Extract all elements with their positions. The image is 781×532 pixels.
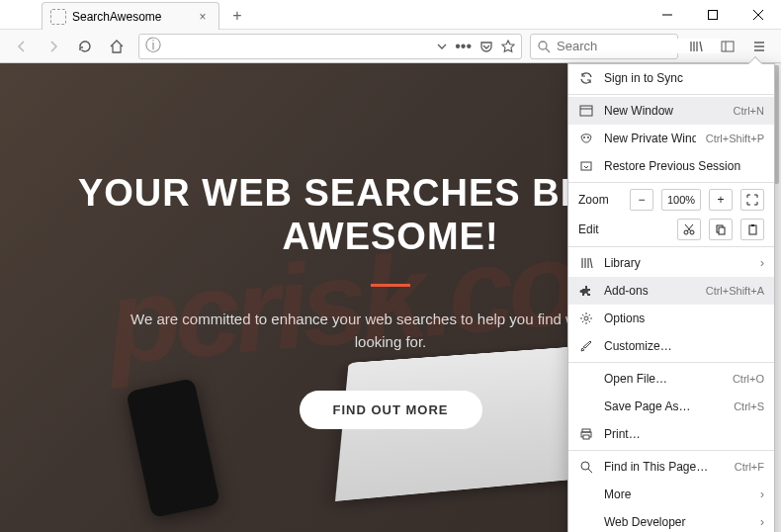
menu-item-label: Restore Previous Session	[604, 159, 764, 173]
pocket-icon[interactable]	[479, 40, 493, 53]
menu-new-private-window[interactable]: New Private Window Ctrl+Shift+P	[568, 125, 774, 152]
svg-point-14	[587, 136, 589, 138]
svg-rect-1	[709, 10, 718, 19]
menu-sign-in-sync[interactable]: Sign in to Sync	[568, 64, 774, 92]
menu-item-shortcut: Ctrl+N	[734, 105, 764, 117]
menu-item-label: More	[604, 488, 750, 501]
menu-more[interactable]: More ›	[568, 481, 774, 508]
menu-item-label: New Private Window	[604, 132, 696, 145]
fullscreen-button[interactable]	[740, 189, 764, 211]
sync-icon	[578, 70, 594, 86]
svg-line-5	[546, 48, 550, 52]
zoom-label: Zoom	[578, 193, 622, 207]
home-button[interactable]	[103, 33, 130, 60]
svg-rect-25	[583, 435, 589, 439]
menu-item-label: Print…	[604, 427, 764, 441]
blank-icon	[578, 371, 594, 387]
library-button[interactable]	[682, 33, 710, 60]
edit-label: Edit	[578, 222, 669, 236]
find-out-more-button[interactable]: FIND OUT MORE	[300, 391, 482, 429]
chevron-right-icon: ›	[760, 515, 764, 529]
paintbrush-icon	[578, 338, 594, 354]
zoom-in-button[interactable]: +	[709, 189, 733, 211]
menu-item-label: Add-ons	[604, 284, 696, 298]
menu-item-label: Sign in to Sync	[604, 71, 764, 85]
menu-item-label: Customize…	[604, 339, 764, 353]
menu-item-shortcut: Ctrl+O	[733, 373, 764, 385]
hero-headline-line2: AWESOME!	[282, 216, 498, 257]
tab-favicon	[50, 9, 66, 25]
blank-icon	[578, 487, 594, 502]
library-icon	[578, 255, 594, 271]
menu-item-label: Find in This Page…	[604, 460, 725, 474]
search-icon	[578, 459, 594, 475]
cut-button[interactable]	[677, 219, 701, 240]
forward-button[interactable]	[40, 33, 67, 60]
history-dropdown-icon[interactable]	[437, 42, 447, 51]
menu-addons[interactable]: Add-ons Ctrl+Shift+A	[568, 277, 774, 305]
window-icon	[578, 103, 594, 119]
svg-point-22	[584, 316, 588, 320]
blank-icon	[578, 399, 594, 414]
zoom-out-button[interactable]: −	[630, 189, 653, 211]
app-menu: Sign in to Sync New Window Ctrl+N New Pr…	[567, 63, 775, 532]
svg-rect-21	[751, 224, 754, 226]
gear-icon	[578, 310, 594, 326]
window-minimize-button[interactable]	[645, 0, 690, 30]
menu-library[interactable]: Library ›	[568, 249, 774, 277]
menu-item-shortcut: Ctrl+Shift+P	[706, 133, 764, 144]
search-icon	[537, 40, 551, 53]
svg-rect-11	[580, 106, 592, 116]
tab-active[interactable]: SearchAwesome ×	[42, 2, 219, 30]
menu-new-window[interactable]: New Window Ctrl+N	[568, 97, 774, 125]
menu-restore-session[interactable]: Restore Previous Session	[568, 152, 774, 180]
menu-find-in-page[interactable]: Find in This Page… Ctrl+F	[568, 453, 774, 481]
restore-icon	[578, 158, 594, 174]
window-maximize-button[interactable]	[690, 0, 736, 30]
menu-web-developer[interactable]: Web Developer ›	[568, 508, 774, 532]
mask-icon	[578, 131, 594, 146]
hamburger-menu-button[interactable]	[745, 33, 773, 60]
svg-rect-6	[722, 42, 734, 51]
url-bar[interactable]: ⓘ •••	[138, 34, 522, 59]
menu-zoom-controls: Zoom − 100% +	[568, 185, 774, 215]
reload-button[interactable]	[71, 33, 99, 60]
back-button[interactable]	[8, 33, 36, 60]
svg-point-4	[539, 42, 547, 49]
blank-icon	[578, 514, 594, 530]
tab-strip: SearchAwesome × +	[0, 0, 251, 30]
menu-customize[interactable]: Customize…	[568, 332, 774, 360]
menu-open-file[interactable]: Open File… Ctrl+O	[568, 365, 774, 393]
tab-close-button[interactable]: ×	[195, 9, 211, 25]
copy-button[interactable]	[709, 219, 733, 240]
page-actions-icon[interactable]: •••	[455, 38, 472, 55]
svg-point-13	[583, 136, 585, 138]
new-tab-button[interactable]: +	[223, 2, 251, 30]
menu-item-label: Open File…	[604, 372, 723, 386]
menu-item-shortcut: Ctrl+S	[734, 400, 764, 412]
menu-print[interactable]: Print…	[568, 420, 774, 448]
sidebar-button[interactable]	[714, 33, 741, 60]
menu-item-label: Save Page As…	[604, 399, 724, 413]
hero-divider	[371, 284, 410, 287]
svg-point-26	[581, 462, 589, 470]
menu-edit-controls: Edit	[568, 215, 774, 244]
url-input[interactable]	[167, 39, 431, 53]
chevron-right-icon: ›	[760, 256, 764, 270]
paste-button[interactable]	[740, 219, 764, 240]
print-icon	[578, 426, 594, 442]
tab-title: SearchAwesome	[72, 10, 162, 24]
bookmark-star-icon[interactable]	[501, 40, 515, 53]
svg-rect-15	[581, 162, 591, 170]
nav-toolbar: ⓘ •••	[0, 30, 781, 63]
window-close-button[interactable]	[736, 0, 781, 30]
menu-options[interactable]: Options	[568, 305, 774, 332]
chevron-right-icon: ›	[760, 488, 764, 501]
zoom-value: 100%	[661, 189, 701, 211]
identity-icon[interactable]: ⓘ	[145, 36, 161, 56]
menu-save-page[interactable]: Save Page As… Ctrl+S	[568, 393, 774, 420]
menu-item-label: Options	[604, 311, 764, 325]
svg-rect-19	[719, 227, 725, 234]
search-bar[interactable]	[530, 34, 678, 59]
hero-phone-graphic	[126, 378, 219, 518]
